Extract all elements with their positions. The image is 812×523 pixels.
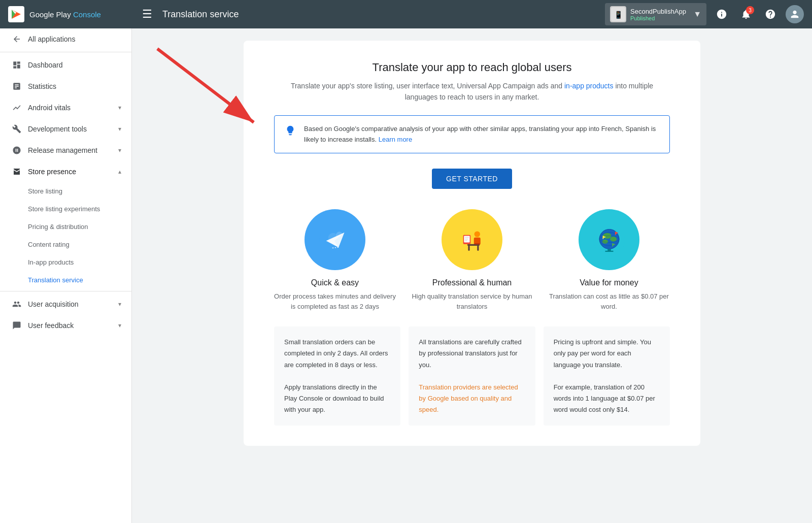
top-header: Google Play Console ☰ Translation servic… xyxy=(0,0,812,28)
quick-easy-title: Quick & easy xyxy=(274,278,396,287)
sidebar-item-android-vitals[interactable]: Android vitals ▾ xyxy=(0,97,131,118)
statistics-icon xyxy=(12,82,22,91)
release-management-label: Release management xyxy=(28,146,112,154)
svg-point-11 xyxy=(456,224,488,256)
translation-service-label: Translation service xyxy=(28,276,83,284)
content-card: Translate your app to reach global users… xyxy=(244,41,700,446)
right-controls: 📱 SecondPublishApp Published ▼ 3 xyxy=(605,3,804,25)
info-box: Based on Google's comparative analysis o… xyxy=(274,115,670,154)
detail-row: Small translation orders can be complete… xyxy=(274,326,670,426)
body-layout: All applications Dashboard Statistics An… xyxy=(0,28,812,523)
svg-rect-16 xyxy=(477,246,479,251)
sidebar-item-in-app-products[interactable]: In-app products xyxy=(0,253,131,271)
notification-badge: 3 xyxy=(746,6,754,14)
content-rating-label: Content rating xyxy=(28,241,70,248)
lightbulb-icon xyxy=(285,125,296,139)
development-tools-chevron: ▾ xyxy=(118,125,121,133)
dashboard-icon xyxy=(12,60,22,70)
value-for-money-icon xyxy=(579,209,639,270)
svg-rect-22 xyxy=(475,243,480,244)
page-title: Translation service xyxy=(162,9,605,20)
all-applications-label: All applications xyxy=(28,35,121,43)
main-content: Translate your app to reach global users… xyxy=(132,28,812,523)
sidebar-item-pricing-distribution[interactable]: Pricing & distribution xyxy=(0,218,131,236)
professional-human-desc: High quality translation service by huma… xyxy=(411,291,533,311)
android-vitals-icon xyxy=(12,103,22,112)
google-play-logo xyxy=(8,6,24,22)
pricing-distribution-label: Pricing & distribution xyxy=(28,223,88,231)
get-started-button[interactable]: GET STARTED xyxy=(432,169,512,189)
svg-rect-21 xyxy=(464,240,467,241)
detail-card-3: Pricing is upfront and simple. You only … xyxy=(544,326,670,426)
feature-professional-human: Professional & human High quality transl… xyxy=(411,209,533,311)
sidebar-item-all-applications[interactable]: All applications xyxy=(0,28,131,50)
app-selector-chevron: ▼ xyxy=(693,10,701,19)
logo-area: Google Play Console xyxy=(8,6,140,22)
value-for-money-desc: Translation can cost as little as $0.07 … xyxy=(548,291,670,311)
store-presence-chevron: ▴ xyxy=(118,168,121,175)
release-management-icon xyxy=(12,146,22,155)
feature-quick-easy: Quick & easy Order process takes minutes… xyxy=(274,209,396,311)
release-management-chevron: ▾ xyxy=(118,147,121,154)
sidebar-item-user-feedback[interactable]: User feedback ▾ xyxy=(0,315,131,336)
svg-line-4 xyxy=(157,49,254,122)
in-app-products-link[interactable]: in-app products xyxy=(564,82,614,90)
android-vitals-label: Android vitals xyxy=(28,104,112,112)
notifications-button[interactable]: 3 xyxy=(737,5,755,23)
user-acquisition-label: User acquisition xyxy=(28,300,112,308)
svg-rect-20 xyxy=(464,239,468,240)
dashboard-label: Dashboard xyxy=(28,61,121,69)
quick-easy-desc: Order process takes minutes and delivery… xyxy=(274,291,396,311)
sidebar-item-dashboard[interactable]: Dashboard xyxy=(0,54,131,76)
store-presence-icon xyxy=(12,167,22,176)
learn-more-link[interactable]: Learn more xyxy=(379,136,412,143)
sidebar-item-release-management[interactable]: Release management ▾ xyxy=(0,140,131,161)
app-icon: 📱 xyxy=(610,6,626,22)
user-acquisition-chevron: ▾ xyxy=(118,301,121,308)
logo-text: Google Play Console xyxy=(29,10,101,19)
detail-card-1: Small translation orders can be complete… xyxy=(274,326,400,426)
app-name: SecondPublishApp xyxy=(630,8,689,15)
info-button[interactable] xyxy=(713,5,731,23)
user-acquisition-icon xyxy=(12,300,22,309)
detail-card-2: All translations are carefully crafted b… xyxy=(409,326,535,426)
android-vitals-chevron: ▾ xyxy=(118,104,121,111)
svg-rect-19 xyxy=(464,237,468,238)
in-app-products-label: In-app products xyxy=(28,258,74,266)
store-listing-experiments-label: Store listing experiments xyxy=(28,205,100,213)
info-text: Based on Google's comparative analysis o… xyxy=(304,124,659,145)
help-button[interactable] xyxy=(761,5,780,23)
hamburger-menu[interactable]: ☰ xyxy=(140,6,154,23)
svg-point-12 xyxy=(474,231,480,237)
sidebar-item-store-presence[interactable]: Store presence ▴ xyxy=(0,161,131,182)
main-heading: Translate your app to reach global users xyxy=(274,61,670,74)
sidebar: All applications Dashboard Statistics An… xyxy=(0,28,132,523)
sidebar-item-statistics[interactable]: Statistics xyxy=(0,76,131,97)
value-for-money-title: Value for money xyxy=(548,278,670,287)
sidebar-item-content-rating[interactable]: Content rating xyxy=(0,236,131,253)
professional-human-icon xyxy=(442,209,502,270)
sidebar-item-development-tools[interactable]: Development tools ▾ xyxy=(0,118,131,140)
professional-human-title: Professional & human xyxy=(411,278,533,287)
sidebar-item-store-listing-experiments[interactable]: Store listing experiments xyxy=(0,200,131,218)
svg-point-27 xyxy=(610,237,617,242)
sidebar-item-store-listing[interactable]: Store listing xyxy=(0,182,131,200)
sidebar-item-translation-service[interactable]: Translation service xyxy=(0,271,131,289)
user-feedback-chevron: ▾ xyxy=(118,322,121,329)
user-feedback-icon xyxy=(12,321,22,330)
development-tools-icon xyxy=(12,124,22,134)
main-subtext: Translate your app's store listing, user… xyxy=(274,80,670,103)
divider-1 xyxy=(0,52,131,52)
app-info: SecondPublishApp Published xyxy=(630,8,689,21)
svg-rect-32 xyxy=(605,251,613,252)
sidebar-item-user-acquisition[interactable]: User acquisition ▾ xyxy=(0,293,131,315)
user-avatar[interactable] xyxy=(786,5,804,23)
development-tools-label: Development tools xyxy=(28,125,112,133)
divider-2 xyxy=(0,291,131,291)
feature-value-for-money: Value for money Translation can cost as … xyxy=(548,209,670,311)
quick-easy-icon xyxy=(304,209,365,270)
statistics-label: Statistics xyxy=(28,82,121,90)
app-selector[interactable]: 📱 SecondPublishApp Published ▼ xyxy=(605,3,706,25)
store-presence-label: Store presence xyxy=(28,168,112,176)
svg-rect-15 xyxy=(468,246,469,251)
